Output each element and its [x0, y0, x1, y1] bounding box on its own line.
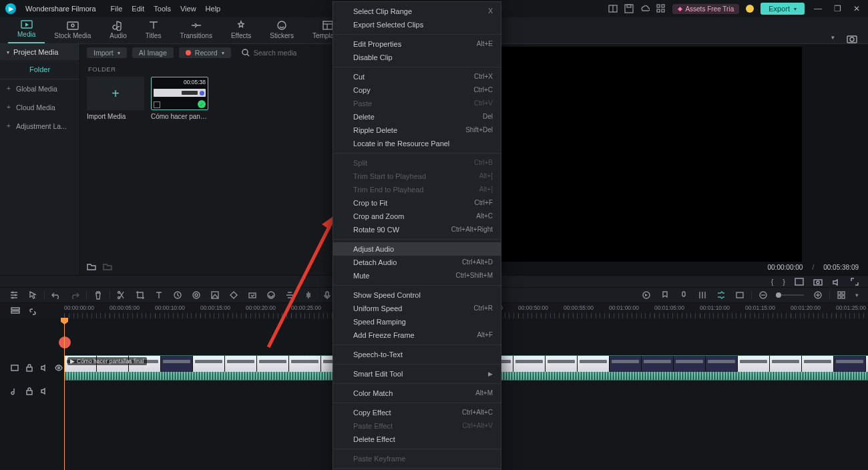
- audio-edit-icon[interactable]: [304, 290, 313, 300]
- ctx-select-clip-range[interactable]: Select Clip RangeX: [333, 5, 501, 18]
- ctx-show-speed-control[interactable]: Show Speed Control: [333, 288, 501, 302]
- adjust-icon[interactable]: [285, 290, 294, 300]
- export-button[interactable]: Export▾: [761, 3, 805, 15]
- menu-view[interactable]: View: [180, 5, 196, 13]
- ctx-copy[interactable]: CopyCtrl+C: [333, 83, 501, 97]
- lock-icon[interactable]: [25, 364, 33, 372]
- ctx-smart-edit-tool[interactable]: Smart Edit Tool▶: [333, 367, 501, 381]
- ctx-locate-in-the-resource-panel[interactable]: Locate in the Resource Panel: [333, 137, 501, 150]
- notification-dot[interactable]: [746, 5, 754, 13]
- track-manager-icon[interactable]: [11, 307, 20, 315]
- tl-marker-icon[interactable]: [660, 290, 670, 300]
- ctx-edit-properties[interactable]: Edit PropertiesAlt+E: [333, 37, 501, 51]
- import-button[interactable]: Import▾: [87, 47, 127, 58]
- render-icon[interactable]: [642, 290, 651, 300]
- preview-canvas[interactable]: [480, 47, 802, 262]
- redo-icon[interactable]: [70, 290, 79, 300]
- sidebar-global-media[interactable]: Global Media: [0, 79, 79, 98]
- ctx-rotate-90-cw[interactable]: Rotate 90 CWCtrl+Alt+Right: [333, 223, 501, 236]
- brace-open-icon[interactable]: {: [771, 278, 774, 286]
- save-icon[interactable]: [624, 4, 634, 13]
- menu-help[interactable]: Help: [206, 5, 221, 13]
- sidebar-adjustment-layer[interactable]: Adjustment La...: [0, 117, 79, 136]
- visibility-icon[interactable]: [55, 364, 63, 372]
- motion-icon[interactable]: [248, 290, 257, 300]
- pointer-tool-icon[interactable]: [28, 290, 37, 300]
- link-icon[interactable]: [28, 307, 37, 315]
- menu-tools[interactable]: Tools: [154, 5, 171, 13]
- import-media-cell[interactable]: + Import Media: [87, 77, 144, 120]
- ctx-color-match[interactable]: Color MatchAlt+M: [333, 387, 501, 400]
- ctx-detach-audio[interactable]: Detach AudioCtrl+Alt+D: [333, 256, 501, 269]
- tab-media[interactable]: Media: [8, 17, 45, 43]
- menu-edit[interactable]: Edit: [132, 5, 144, 13]
- snapshot-icon[interactable]: [847, 34, 857, 43]
- ctx-ripple-delete[interactable]: Ripple DeleteShift+Del: [333, 124, 501, 137]
- tl-snap-icon[interactable]: [735, 290, 744, 300]
- ctx-adjust-audio[interactable]: Adjust Audio: [333, 242, 501, 256]
- snapshot-icon[interactable]: [813, 278, 823, 286]
- mask-icon[interactable]: [266, 290, 276, 300]
- ctx-crop-and-zoom[interactable]: Crop and ZoomAlt+C: [333, 210, 501, 223]
- tl-mic-icon[interactable]: [679, 290, 688, 300]
- tl-auto-ripple-icon[interactable]: [716, 290, 726, 300]
- ctx-crop-to-fit[interactable]: Crop to FitCtrl+F: [333, 196, 501, 210]
- lock-icon[interactable]: [25, 387, 33, 395]
- ctx-speed-ramping[interactable]: Speed Ramping: [333, 315, 501, 328]
- ctx-disable-clip[interactable]: Disable Clip: [333, 51, 501, 64]
- split-icon[interactable]: [117, 290, 126, 300]
- fullscreen-preview-icon[interactable]: [795, 278, 804, 286]
- text-icon[interactable]: [154, 290, 164, 300]
- tab-stickers[interactable]: Stickers: [260, 19, 303, 43]
- green-screen-icon[interactable]: [210, 290, 220, 300]
- ctx-speech-to-text[interactable]: Speech-to-Text: [333, 348, 501, 361]
- ctx-uniform-speed[interactable]: Uniform SpeedCtrl+R: [333, 302, 501, 315]
- assets-pill[interactable]: Assets Free Tria: [672, 4, 739, 14]
- menu-file[interactable]: File: [111, 5, 123, 13]
- ctx-copy-effect[interactable]: Copy EffectCtrl+Alt+C: [333, 406, 501, 419]
- tab-transitions[interactable]: Transitions: [170, 19, 222, 43]
- apps-icon[interactable]: [656, 4, 666, 13]
- close-button[interactable]: ✕: [851, 4, 863, 13]
- zoom-out-icon[interactable]: [758, 290, 768, 300]
- ctx-delete-effect[interactable]: Delete Effect: [333, 433, 501, 446]
- tl-settings-icon[interactable]: [9, 290, 19, 300]
- sidebar-cloud-media[interactable]: Cloud Media: [0, 98, 79, 117]
- color-icon[interactable]: [192, 290, 201, 300]
- crop-icon[interactable]: [136, 290, 145, 300]
- media-clip[interactable]: 00:05:38 ✓ Cómo hacer pantallas ...: [151, 77, 208, 120]
- record-vo-icon[interactable]: [322, 290, 332, 300]
- tl-audio-mixer-icon[interactable]: [698, 290, 707, 300]
- ctx-delete[interactable]: DeleteDel: [333, 110, 501, 124]
- minimize-button[interactable]: —: [811, 4, 825, 13]
- zoom-slider[interactable]: [777, 294, 804, 296]
- delete-icon[interactable]: [93, 290, 103, 300]
- tl-view-icon[interactable]: [837, 290, 846, 300]
- new-folder-2-icon[interactable]: [103, 262, 112, 270]
- project-media-header[interactable]: Project Media: [0, 44, 79, 60]
- layout-icon[interactable]: [608, 4, 618, 13]
- maximize-button[interactable]: ❐: [831, 4, 844, 13]
- record-button[interactable]: Record▾: [179, 47, 231, 58]
- folder-tab[interactable]: Folder: [0, 60, 79, 79]
- ctx-cut[interactable]: CutCtrl+X: [333, 70, 501, 83]
- ctx-add-freeze-frame[interactable]: Add Freeze FrameAlt+F: [333, 328, 501, 342]
- mute-icon[interactable]: [40, 364, 48, 372]
- tab-audio[interactable]: Audio: [100, 19, 136, 43]
- ctx-mute[interactable]: MuteCtrl+Shift+M: [333, 269, 501, 282]
- expand-icon[interactable]: [851, 278, 859, 286]
- volume-icon[interactable]: [832, 278, 841, 286]
- preview-dropdown[interactable]: ▾: [819, 31, 847, 43]
- keyframe-icon[interactable]: [229, 290, 238, 300]
- ai-image-button[interactable]: AI Image: [132, 47, 174, 58]
- playhead[interactable]: [64, 319, 65, 470]
- mute-icon[interactable]: [40, 387, 48, 395]
- undo-icon[interactable]: [51, 290, 61, 300]
- playhead-handle[interactable]: [59, 336, 71, 348]
- cloud-icon[interactable]: [640, 4, 650, 13]
- tab-effects[interactable]: Effects: [222, 19, 260, 43]
- new-folder-icon[interactable]: [87, 262, 96, 270]
- zoom-in-icon[interactable]: [813, 290, 823, 300]
- speed-icon[interactable]: [173, 290, 182, 300]
- ctx-export-selected-clips[interactable]: Export Selected Clips: [333, 18, 501, 31]
